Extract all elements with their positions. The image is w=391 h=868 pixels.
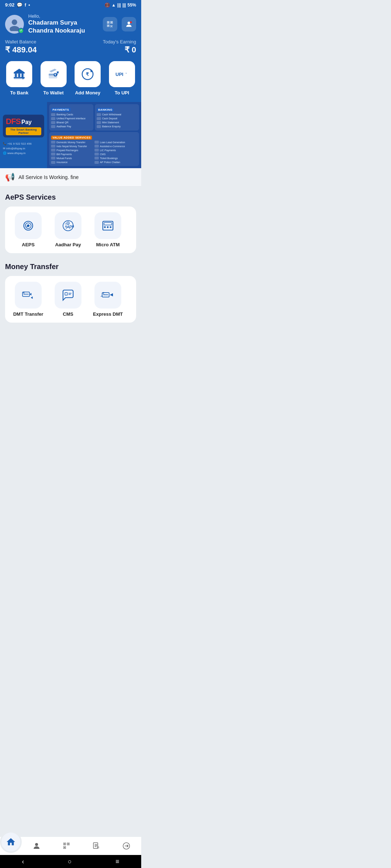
aadhar-pay-icon-box: AADH AAR (55, 212, 81, 239)
aeps-label: AEPS (22, 242, 34, 247)
banner-contact: 📞 +91 9 522 522 456 ✉ info@dfspay.in 🌐 w… (3, 142, 44, 156)
banner-services: PAYMENTS Banking Cards Unified Payment i… (47, 102, 141, 168)
express-dmt-label: Express DMT (93, 311, 123, 317)
banner-brand: DFS Pay The Smart Banking Partner 📞 +91 … (0, 102, 47, 168)
action-to-upi[interactable]: UPI › To UPI (106, 61, 138, 95)
banking-title: BANKING (97, 108, 114, 112)
status-icons: 📵 ▲ ||| ||| 55% (105, 3, 136, 8)
dfs-tagline: The Smart Banking Partner (6, 127, 41, 135)
megaphone-icon: 📢 (5, 173, 15, 182)
money-transfer-title: Money Transfer (5, 263, 136, 271)
wallet-balance: Wallet Balance ₹ 489.04 (5, 39, 37, 55)
add-money-icon-box: ₹ (75, 61, 101, 87)
profile-button[interactable] (122, 17, 136, 31)
aeps-services-card: e AEPS AADH AAR Aadhar Pay (5, 207, 136, 253)
svg-point-3 (130, 21, 132, 23)
svg-rect-25 (104, 226, 106, 228)
to-bank-icon-box (6, 61, 32, 87)
cms-icon-box (55, 282, 81, 309)
verified-badge (18, 28, 24, 34)
qr-code-button[interactable] (103, 17, 117, 31)
user-info: Hello, Chadaram Surya Chandra Nookaraju (24, 13, 103, 35)
aeps-title: AePS Services (5, 193, 136, 201)
service-aadhar-pay[interactable]: AADH AAR Aadhar Pay (50, 212, 86, 247)
avatar (5, 15, 24, 34)
svg-text:›: › (126, 72, 127, 75)
to-upi-label: To UPI (115, 90, 129, 95)
money-transfer-section: Money Transfer ₹ DMT Transfer (0, 256, 141, 326)
to-wallet-icon-box: ₹ (41, 61, 67, 87)
svg-rect-6 (15, 74, 17, 77)
svg-text:e: e (26, 225, 28, 228)
svg-rect-24 (104, 222, 112, 225)
svg-rect-30 (65, 293, 67, 295)
service-aeps[interactable]: e AEPS (10, 212, 46, 247)
action-to-bank[interactable]: To Bank (4, 61, 35, 95)
svg-text:₹: ₹ (86, 72, 89, 77)
vas-title: VALUE ADDED SERVICES (51, 136, 92, 140)
banner-banking: BANKING Cash Withdrawal Cash Deposit Min… (95, 104, 139, 130)
hello-text: Hello, (28, 13, 103, 19)
svg-rect-8 (22, 74, 24, 77)
banner-payments: PAYMENTS Banking Cards Unified Payment i… (49, 104, 93, 130)
header: Hello, Chadaram Surya Chandra Nookaraju … (0, 10, 141, 61)
to-wallet-label: To Wallet (43, 90, 64, 95)
notice-bar: 📢 All Service Is Working. fine (0, 168, 141, 187)
service-micro-atm[interactable]: Micro ATM (90, 212, 126, 247)
status-bar: 9:02 💬 f • 📵 ▲ ||| ||| 55% (0, 0, 141, 10)
action-to-wallet[interactable]: ₹ To Wallet (38, 61, 70, 95)
aadhar-pay-label: Aadhar Pay (55, 242, 81, 247)
action-add-money[interactable]: ₹ Add Money (72, 61, 104, 95)
svg-rect-5 (14, 72, 25, 73)
today-earning: Today's Earning ₹ 0 (103, 39, 136, 55)
notice-text: All Service Is Working. fine (18, 174, 79, 180)
svg-point-0 (12, 19, 17, 25)
cms-label: CMS (63, 311, 73, 317)
balance-row: Wallet Balance ₹ 489.04 Today's Earning … (5, 39, 136, 55)
svg-rect-7 (18, 74, 20, 77)
payments-title: PAYMENTS (51, 108, 71, 112)
service-cms[interactable]: CMS (50, 282, 86, 317)
svg-point-2 (127, 21, 130, 24)
service-dmt-transfer[interactable]: ₹ DMT Transfer (10, 282, 46, 317)
to-upi-icon-box: UPI › (109, 61, 135, 87)
header-top: Hello, Chadaram Surya Chandra Nookaraju (5, 13, 136, 35)
micro-atm-icon-box (94, 212, 121, 239)
aeps-icon-box: e (15, 212, 42, 239)
money-transfer-card: ₹ DMT Transfer CMS (5, 276, 136, 323)
to-bank-label: To Bank (10, 90, 28, 95)
banner-vas: VALUE ADDED SERVICES Domestic Money Tran… (49, 132, 139, 166)
micro-atm-label: Micro ATM (96, 242, 120, 247)
header-icons (103, 17, 136, 31)
dfs-logo: DFS Pay The Smart Banking Partner (3, 115, 44, 137)
aeps-section: AePS Services e AEPS AADH AAR (0, 187, 141, 256)
quick-actions: To Bank ₹ To Wallet ₹ Add M (0, 61, 141, 102)
svg-rect-27 (110, 226, 111, 228)
svg-rect-26 (107, 226, 108, 228)
status-time: 9:02 💬 f • (5, 2, 30, 8)
svg-text:UPI: UPI (115, 72, 123, 77)
express-dmt-icon-box: ₹ (94, 282, 121, 309)
banner-content: DFS Pay The Smart Banking Partner 📞 +91 … (0, 102, 141, 168)
dfs-name: DFS (6, 117, 21, 126)
dmt-transfer-icon-box: ₹ (15, 282, 42, 309)
service-express-dmt[interactable]: ₹ Express DMT (90, 282, 126, 317)
add-money-label: Add Money (75, 90, 100, 95)
user-name: Chadaram Surya Chandra Nookaraju (28, 19, 103, 35)
dfs-suffix: Pay (21, 119, 31, 125)
banner: DFS Pay The Smart Banking Partner 📞 +91 … (0, 102, 141, 168)
dmt-transfer-label: DMT Transfer (13, 311, 43, 317)
